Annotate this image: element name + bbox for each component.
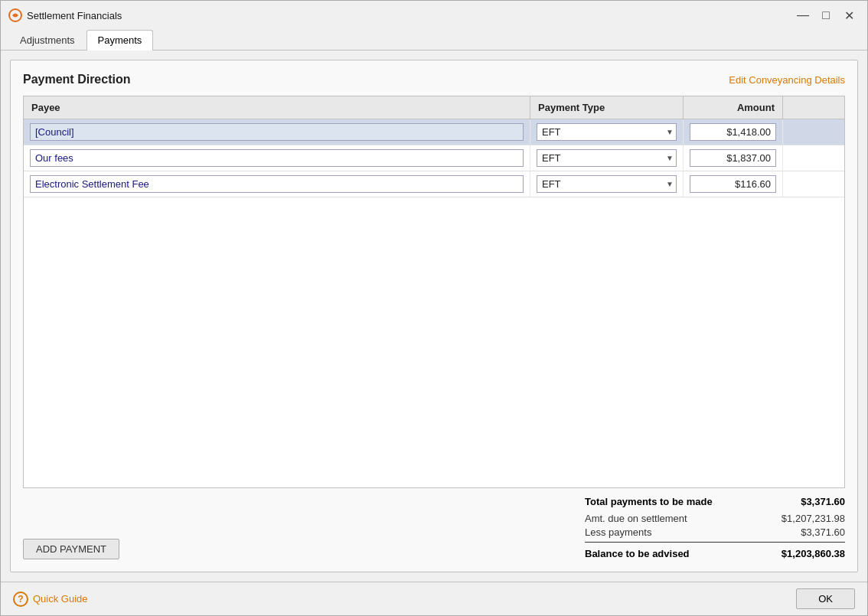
col-header-action xyxy=(783,96,844,119)
summary-divider xyxy=(585,542,845,543)
tab-adjustments[interactable]: Adjustments xyxy=(8,30,86,50)
col-header-payee: Payee xyxy=(24,96,530,119)
payment-type-select[interactable]: EFT Cheque BPAY Cash xyxy=(537,123,677,141)
payments-table: Payee Payment Type Amount xyxy=(23,96,845,488)
table-row[interactable]: EFT Cheque BPAY Cash ▼ xyxy=(24,171,844,197)
less-payments-label: Less payments xyxy=(585,526,651,538)
less-payments-row: Less payments $3,371.60 xyxy=(585,526,845,538)
table-body: EFT Cheque BPAY Cash ▼ xyxy=(24,119,844,197)
payee-input[interactable] xyxy=(30,175,524,193)
payee-input[interactable] xyxy=(30,123,524,141)
help-icon: ? xyxy=(13,592,28,607)
balance-value: $1,203,860.38 xyxy=(782,548,845,559)
panel-title: Payment Direction xyxy=(23,73,130,86)
bottom-area: ADD PAYMENT Total payments to be made $3… xyxy=(23,496,845,559)
col-header-amount: Amount xyxy=(684,96,783,119)
payment-panel: Payment Direction Edit Conveyancing Deta… xyxy=(10,60,858,572)
amount-cell xyxy=(684,145,783,171)
tab-payments[interactable]: Payments xyxy=(86,30,154,51)
less-payments-value: $3,371.60 xyxy=(801,526,845,538)
payment-type-cell: EFT Cheque BPAY Cash ▼ xyxy=(530,119,684,145)
amount-cell xyxy=(684,119,783,145)
payment-type-cell: EFT Cheque BPAY Cash ▼ xyxy=(530,171,684,197)
panel-header: Payment Direction Edit Conveyancing Deta… xyxy=(23,73,845,86)
amount-input[interactable] xyxy=(690,123,776,141)
edit-conveyancing-link[interactable]: Edit Conveyancing Details xyxy=(729,74,845,86)
main-window: Settlement Financials — □ ✕ Adjustments … xyxy=(0,0,868,616)
balance-label: Balance to be advised xyxy=(585,548,690,559)
maximize-button[interactable]: □ xyxy=(815,7,837,24)
payment-type-cell: EFT Cheque BPAY Cash ▼ xyxy=(530,145,684,171)
total-payments-row: Total payments to be made $3,371.60 xyxy=(585,496,845,507)
amount-input[interactable] xyxy=(690,175,776,193)
table-row[interactable]: EFT Cheque BPAY Cash ▼ xyxy=(24,119,844,145)
content-area: Payment Direction Edit Conveyancing Deta… xyxy=(1,51,867,582)
payment-type-select[interactable]: EFT Cheque BPAY Cash xyxy=(537,175,677,193)
quick-guide-link[interactable]: ? Quick Guide xyxy=(13,592,88,607)
total-payments-value: $3,371.60 xyxy=(801,496,845,507)
payee-cell xyxy=(24,171,530,197)
table-row[interactable]: EFT Cheque BPAY Cash ▼ xyxy=(24,145,844,171)
total-payments-label: Total payments to be made xyxy=(585,496,713,507)
amt-due-row: Amt. due on settlement $1,207,231.98 xyxy=(585,513,845,524)
payee-input[interactable] xyxy=(30,149,524,167)
ok-button[interactable]: OK xyxy=(796,588,855,609)
window-title: Settlement Financials xyxy=(27,10,788,21)
amount-cell xyxy=(684,171,783,197)
app-icon xyxy=(8,8,22,22)
amt-due-label: Amt. due on settlement xyxy=(585,513,687,524)
action-cell xyxy=(783,129,844,136)
col-header-payment-type: Payment Type xyxy=(530,96,684,119)
payment-type-select[interactable]: EFT Cheque BPAY Cash xyxy=(537,149,677,167)
window-controls: — □ ✕ xyxy=(792,7,860,24)
action-cell xyxy=(783,181,844,188)
payee-cell xyxy=(24,145,530,171)
footer-bar: ? Quick Guide OK xyxy=(1,582,867,615)
action-cell xyxy=(783,155,844,162)
payment-summary: Total payments to be made $3,371.60 Amt.… xyxy=(585,496,845,559)
balance-row: Balance to be advised $1,203,860.38 xyxy=(585,548,845,559)
amt-due-value: $1,207,231.98 xyxy=(782,513,845,524)
title-bar: Settlement Financials — □ ✕ xyxy=(1,1,867,27)
add-payment-button[interactable]: ADD PAYMENT xyxy=(23,539,119,559)
quick-guide-label: Quick Guide xyxy=(33,593,88,605)
payee-cell xyxy=(24,119,530,145)
minimize-button[interactable]: — xyxy=(792,7,814,24)
amount-input[interactable] xyxy=(690,149,776,167)
close-button[interactable]: ✕ xyxy=(838,7,860,24)
tab-bar: Adjustments Payments xyxy=(1,27,867,51)
table-header: Payee Payment Type Amount xyxy=(24,96,844,119)
